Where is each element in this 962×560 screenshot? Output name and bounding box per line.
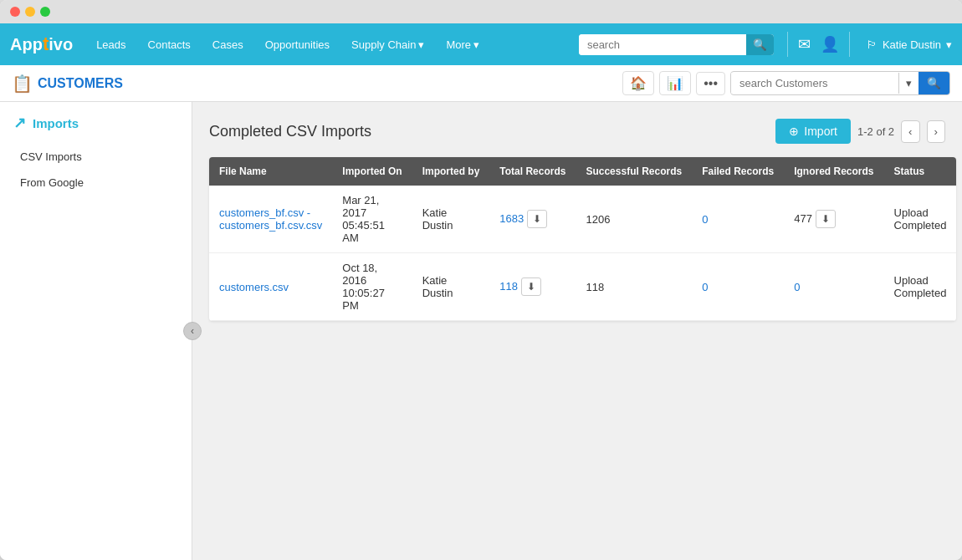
customers-title: 📋 CUSTOMERS xyxy=(12,74,614,94)
user-arrow-icon: ▾ xyxy=(946,38,952,51)
row2-file-name: customers.csv xyxy=(209,253,332,321)
header-actions: ⊕ Import 1-2 of 2 ‹ › xyxy=(775,119,945,144)
username: Katie Dustin xyxy=(883,38,941,51)
row2-imported-on: Oct 18, 2016 10:05:27 PM xyxy=(332,253,412,321)
row2-imported-by: Katie Dustin xyxy=(412,253,490,321)
col-file-name: File Name xyxy=(209,157,332,186)
row2-ignored-link[interactable]: 0 xyxy=(794,281,800,293)
row1-imported-by: Katie Dustin xyxy=(412,186,490,253)
row1-download-button[interactable]: ⬇ xyxy=(527,210,547,228)
nav-cases[interactable]: Cases xyxy=(202,33,253,56)
search-area: 🔍 ✉ 👤 🏳 Katie Dustin ▾ xyxy=(579,32,952,57)
search-customers-arrow-button[interactable]: ▾ xyxy=(898,73,919,94)
titlebar xyxy=(0,0,962,23)
pagination-next-button[interactable]: › xyxy=(927,120,945,143)
minimize-dot[interactable] xyxy=(25,7,35,17)
col-total-records: Total Records xyxy=(489,157,576,186)
close-dot[interactable] xyxy=(10,7,20,17)
pagination-info: 1-2 of 2 xyxy=(857,125,894,138)
nav-leads[interactable]: Leads xyxy=(86,33,136,56)
app-window: Apptivo Leads Contacts Cases Opportuniti… xyxy=(0,0,962,560)
row1-failed-records: 0 xyxy=(692,186,784,253)
sidebar-item-csv-imports[interactable]: CSV Imports xyxy=(0,144,192,170)
nav-more[interactable]: More ▾ xyxy=(436,33,489,56)
nav-links: Leads Contacts Cases Opportunities Suppl… xyxy=(86,33,579,56)
user-menu[interactable]: 🏳 Katie Dustin ▾ xyxy=(860,38,952,51)
divider2 xyxy=(849,32,850,57)
page-title: Completed CSV Imports xyxy=(209,123,371,140)
mail-icon[interactable]: ✉ xyxy=(798,35,811,53)
imports-table: File Name Imported On Imported by Total … xyxy=(209,157,956,321)
divider xyxy=(787,32,788,57)
chart-button[interactable]: 📊 xyxy=(659,71,691,95)
secondary-bar: 📋 CUSTOMERS 🏠 📊 ••• ▾ 🔍 xyxy=(0,65,962,102)
row1-file-name: customers_bf.csv - customers_bf.csv.csv xyxy=(209,186,332,253)
home-button[interactable]: 🏠 xyxy=(622,71,654,95)
sidebar-collapse-button[interactable]: ‹ xyxy=(183,322,202,340)
search-box: 🔍 xyxy=(579,34,774,55)
user-flag-icon: 🏳 xyxy=(867,38,878,51)
import-button[interactable]: ⊕ Import xyxy=(775,119,851,144)
logo[interactable]: Apptivo xyxy=(10,33,73,55)
maximize-dot[interactable] xyxy=(40,7,50,17)
main-layout: ↗ Imports CSV Imports From Google ‹ Comp… xyxy=(0,102,962,560)
user-icon[interactable]: 👤 xyxy=(821,35,839,53)
pagination-prev-button[interactable]: ‹ xyxy=(901,120,919,143)
search-customers-input[interactable] xyxy=(731,73,898,94)
row1-total-records: 1683 ⬇ xyxy=(489,186,576,253)
secondary-actions: 🏠 📊 ••• ▾ 🔍 xyxy=(622,71,950,95)
nav-supply-chain[interactable]: Supply Chain ▾ xyxy=(341,33,434,56)
col-ignored-records: Ignored Records xyxy=(784,157,883,186)
row2-failed-link[interactable]: 0 xyxy=(702,281,708,293)
row1-total-link[interactable]: 1683 xyxy=(499,212,524,225)
row2-total-records: 118 ⬇ xyxy=(489,253,576,321)
row1-ignored-download-button[interactable]: ⬇ xyxy=(816,210,836,228)
col-status: Status xyxy=(884,157,957,186)
content-header: Completed CSV Imports ⊕ Import 1-2 of 2 … xyxy=(209,119,945,144)
row2-successful-records: 118 xyxy=(576,253,692,321)
customers-icon: 📋 xyxy=(12,74,33,94)
customers-label: CUSTOMERS xyxy=(38,76,123,91)
table-row: customers_bf.csv - customers_bf.csv.csv … xyxy=(209,186,956,253)
row2-file-link[interactable]: customers.csv xyxy=(219,281,289,293)
col-imported-on: Imported On xyxy=(332,157,412,186)
navbar: Apptivo Leads Contacts Cases Opportuniti… xyxy=(0,23,962,65)
sidebar: ↗ Imports CSV Imports From Google ‹ xyxy=(0,102,192,560)
sidebar-item-from-google[interactable]: From Google xyxy=(0,170,192,196)
col-failed-records: Failed Records xyxy=(692,157,784,186)
search-button[interactable]: 🔍 xyxy=(746,34,774,55)
content-area: Completed CSV Imports ⊕ Import 1-2 of 2 … xyxy=(192,102,962,560)
nav-contacts[interactable]: Contacts xyxy=(138,33,201,56)
table-row: customers.csv Oct 18, 2016 10:05:27 PM K… xyxy=(209,253,956,321)
import-plus-icon: ⊕ xyxy=(789,125,799,138)
row2-failed-records: 0 xyxy=(692,253,784,321)
row2-status: Upload Completed xyxy=(884,253,957,321)
row1-ignored-records: 477 ⬇ xyxy=(784,186,883,253)
row1-imported-on: Mar 21, 2017 05:45:51 AM xyxy=(332,186,412,253)
sidebar-header-label: Imports xyxy=(33,116,79,130)
table-header-row: File Name Imported On Imported by Total … xyxy=(209,157,956,186)
row2-download-button[interactable]: ⬇ xyxy=(521,277,541,296)
row2-ignored-records: 0 xyxy=(784,253,883,321)
row2-total-link[interactable]: 118 xyxy=(499,280,518,293)
search-customers-area: ▾ 🔍 xyxy=(730,71,950,95)
col-imported-by: Imported by xyxy=(412,157,490,186)
search-input[interactable] xyxy=(579,34,746,55)
col-successful-records: Successful Records xyxy=(576,157,692,186)
nav-icons: ✉ 👤 🏳 Katie Dustin ▾ xyxy=(787,32,952,57)
imports-icon: ↗ xyxy=(13,114,26,132)
sidebar-header-imports[interactable]: ↗ Imports xyxy=(0,102,192,144)
row1-successful-records: 1206 xyxy=(576,186,692,253)
logo-text: Apptivo xyxy=(10,33,73,55)
nav-opportunities[interactable]: Opportunities xyxy=(255,33,340,56)
more-button[interactable]: ••• xyxy=(696,72,725,95)
row1-ignored-value: 477 xyxy=(794,212,812,225)
row1-status: Upload Completed xyxy=(884,186,957,253)
search-customers-button[interactable]: 🔍 xyxy=(919,72,949,94)
row1-failed-link[interactable]: 0 xyxy=(702,213,708,226)
row1-file-link[interactable]: customers_bf.csv - customers_bf.csv.csv xyxy=(219,206,322,232)
